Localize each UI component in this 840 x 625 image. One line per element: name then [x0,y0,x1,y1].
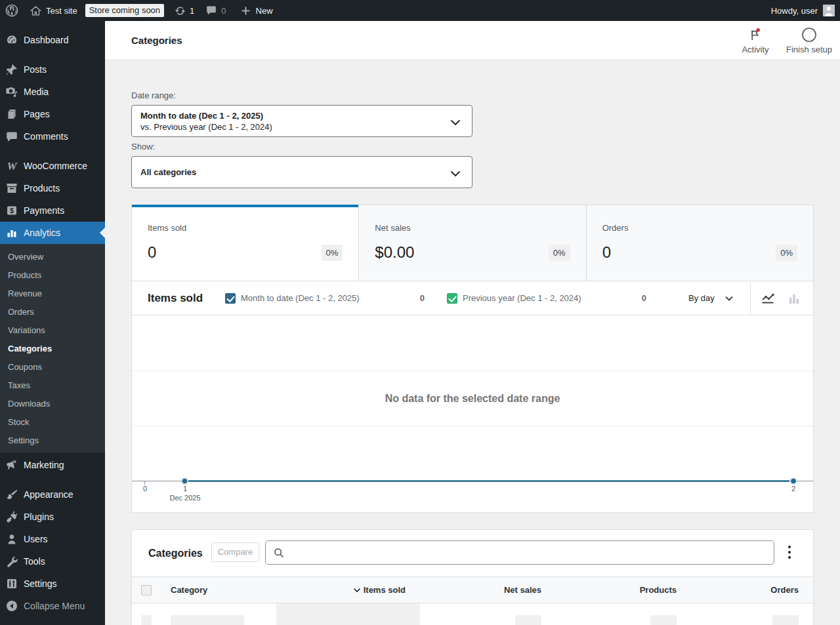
howdy-text[interactable]: Howdy, user [771,6,818,16]
settings-sliders-icon [5,577,18,590]
sidebar-item-pages[interactable]: Pages [0,103,105,125]
sidebar-item-label: Products [24,183,60,193]
select-all-checkbox[interactable] [141,585,152,595]
date-range-select[interactable]: Month to date (Dec 1 - 2, 2025) vs. Prev… [131,105,472,137]
submenu-item-overview[interactable]: Overview [0,247,105,266]
updates-count: 1 [190,6,194,16]
submenu-item-settings[interactable]: Settings [0,431,105,449]
submenu-item-stock[interactable]: Stock [0,413,105,431]
search-input[interactable] [292,541,774,564]
sidebar-item-settings[interactable]: Settings [0,573,105,595]
legend-value: 0 [420,293,425,303]
sidebar-item-plugins[interactable]: Plugins [0,506,105,528]
line-chart-type-button[interactable] [759,289,777,308]
summary-tile-items-sold[interactable]: Items sold 0 0% [132,205,358,281]
table-menu-button[interactable] [784,546,795,559]
table-body [132,603,813,625]
sidebar-item-analytics[interactable]: Analytics [0,222,105,244]
submenu-item-coupons[interactable]: Coupons [0,357,105,376]
comments-menu[interactable]: 0 [200,0,231,21]
menu-separator [0,148,105,155]
activity-label: Activity [742,45,768,54]
legend-item-current-period[interactable]: Month to date (Dec 1 - 2, 2025) 0 [225,281,425,315]
submenu-item-label: Overview [8,252,43,262]
sort-header-content: Items sold [276,585,406,595]
pushpin-icon [5,63,18,76]
compare-button[interactable]: Compare [211,542,259,562]
column-header-net-sales[interactable]: Net sales [420,577,556,603]
setup-progress-icon [801,28,817,42]
submenu-item-label: Taxes [8,380,30,390]
plus-icon [240,4,253,17]
media-icon [5,85,18,98]
tile-delta-badge: 0% [322,245,343,261]
submenu-item-variations[interactable]: Variations [0,321,105,339]
finish-setup-label: Finish setup [786,45,832,54]
submenu-item-revenue[interactable]: Revenue [0,284,105,302]
search-icon [266,547,292,559]
submenu-item-categories[interactable]: Categories [0,339,105,357]
tile-label: Net sales [375,223,570,233]
admin-bar-right: Howdy, user [771,5,840,16]
submenu-item-downloads[interactable]: Downloads [0,394,105,413]
sidebar-item-users[interactable]: Users [0,528,105,550]
new-menu[interactable]: New [232,0,278,21]
main-content: Categories Activity Finish setup Date ra… [105,21,840,625]
interval-select[interactable]: By day [688,293,733,303]
page-header: Categories Activity Finish setup [105,21,840,60]
chart-header: Items sold Month to date (Dec 1 - 2, 202… [132,281,813,315]
search-box[interactable] [265,540,774,565]
sidebar-item-products[interactable]: Products [0,177,105,199]
legend-label: Previous year (Dec 1 - 2, 2024) [463,293,581,303]
submenu-item-label: Categories [8,344,52,353]
sidebar-item-woocommerce[interactable]: W WooCommerce [0,155,105,177]
tile-label: Orders [602,223,797,233]
column-header-products[interactable]: Products [556,577,691,603]
sidebar-item-label: WooCommerce [24,161,87,171]
column-header-orders[interactable]: Orders [691,577,813,603]
updates-menu[interactable]: 1 [169,0,200,21]
wp-logo-menu[interactable] [0,0,24,21]
submenu-item-label: Revenue [8,289,42,298]
legend-item-previous-period[interactable]: Previous year (Dec 1 - 2, 2024) 0 [447,281,646,315]
checkbox-checked-green[interactable] [447,293,457,304]
admin-bar: Test site Store coming soon 1 0 New Howd… [0,0,840,21]
update-icon [173,4,186,17]
sidebar-item-marketing[interactable]: Marketing [0,454,105,476]
activity-button[interactable]: Activity [728,28,782,54]
sidebar-item-comments[interactable]: Comments [0,125,105,148]
avatar[interactable] [823,5,835,16]
submenu-item-orders[interactable]: Orders [0,302,105,321]
sidebar-item-payments[interactable]: $ Payments [0,199,105,222]
sidebar-item-dashboard[interactable]: Dashboard [0,29,105,51]
finish-setup-button[interactable]: Finish setup [782,28,836,54]
sidebar-item-label: Appearance [24,489,74,500]
chart-plot-area: No data for the selected date range 0 1 … [132,315,813,512]
column-header-items-sold[interactable]: Items sold [276,577,420,603]
x-axis-sublabel: Dec 2025 [169,494,200,502]
sidebar-item-label: Pages [24,109,50,119]
site-name: Test site [46,6,77,16]
dashboard-icon [5,33,18,47]
summary-tile-net-sales[interactable]: Net sales $0.00 0% [358,205,585,281]
column-header-category[interactable]: Category [161,577,276,603]
categories-table: Category Items sold Net sales Products O… [132,576,813,625]
sidebar-item-label: Settings [24,578,57,589]
collapse-menu-label: Collapse Menu [24,601,85,611]
sidebar-item-label: Plugins [24,512,54,522]
checkbox-checked-blue[interactable] [225,293,236,304]
sort-descending-icon [353,588,361,593]
site-menu[interactable]: Test site Store coming soon [24,0,169,21]
summary-tile-orders[interactable]: Orders 0 0% [586,205,813,281]
tile-value: $0.00 [375,243,414,262]
sidebar-item-posts[interactable]: Posts [0,58,105,81]
show-select[interactable]: All categories [131,156,472,188]
tile-value-row: $0.00 0% [375,243,570,262]
sidebar-item-tools[interactable]: Tools [0,550,105,573]
submenu-item-taxes[interactable]: Taxes [0,376,105,394]
sidebar-item-appearance[interactable]: Appearance [0,483,105,506]
submenu-item-products[interactable]: Products [0,266,105,284]
collapse-menu-button[interactable]: Collapse Menu [0,595,105,617]
bar-chart-type-button[interactable] [785,289,803,308]
sidebar-item-media[interactable]: Media [0,81,105,103]
